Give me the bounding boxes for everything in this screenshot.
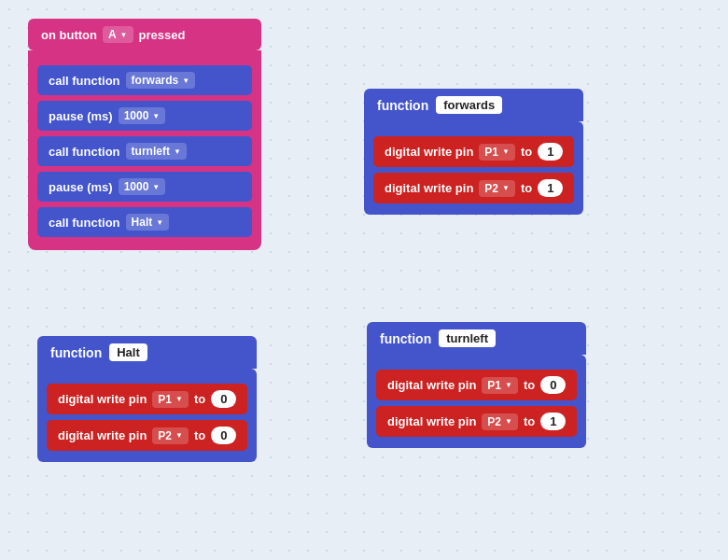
dwrite-label-t1: digital write pin bbox=[387, 378, 476, 392]
pin2-f-dropdown[interactable]: P2 bbox=[479, 180, 515, 197]
pause-label-1: pause (ms) bbox=[49, 109, 113, 123]
to-label-f2: to bbox=[521, 181, 532, 195]
halt-pin1-row: digital write pin P1 to 0 bbox=[47, 384, 247, 414]
pause-block-1: pause (ms) 1000 bbox=[37, 101, 252, 131]
call-forwards-block: call function forwards bbox=[37, 65, 252, 95]
pin1-f-dropdown[interactable]: P1 bbox=[479, 144, 515, 161]
turnleft-dropdown[interactable]: turnleft bbox=[126, 143, 187, 160]
event-header: on button A pressed bbox=[28, 19, 261, 50]
dwrite-label-h2: digital write pin bbox=[58, 428, 147, 442]
func-forwards-block: function forwards digital write pin P1 t… bbox=[364, 89, 583, 215]
to-label-f1: to bbox=[521, 145, 532, 159]
func-turnleft-name: turnleft bbox=[439, 329, 496, 347]
call-function-label-3: call function bbox=[49, 216, 120, 230]
dwrite-label-t2: digital write pin bbox=[387, 414, 476, 428]
pin2-h-dropdown[interactable]: P2 bbox=[152, 427, 189, 444]
dwrite-label-h1: digital write pin bbox=[58, 392, 147, 406]
func-halt-name: Halt bbox=[109, 343, 147, 361]
forwards-pin2-row: digital write pin P2 to 1 bbox=[373, 173, 574, 203]
func-turnleft-block: function turnleft digital write pin P1 t… bbox=[367, 322, 586, 448]
func-keyword-2: function bbox=[50, 345, 102, 360]
value-t2: 1 bbox=[540, 413, 566, 430]
to-label-t2: to bbox=[524, 414, 535, 428]
value-t1: 0 bbox=[540, 376, 566, 394]
forwards-pin1-row: digital write pin P1 to 1 bbox=[373, 136, 574, 167]
func-keyword-3: function bbox=[380, 331, 431, 346]
value-h2: 0 bbox=[211, 427, 236, 444]
turnleft-pin1-row: digital write pin P1 to 0 bbox=[376, 370, 577, 400]
halt-dropdown[interactable]: Halt bbox=[126, 214, 170, 231]
button-dropdown[interactable]: A bbox=[103, 26, 133, 43]
main-block-body: call function forwards pause (ms) 1000 c… bbox=[28, 50, 261, 250]
call-function-label-1: call function bbox=[49, 74, 120, 88]
pressed-label: pressed bbox=[139, 28, 186, 42]
pause-value-1-dropdown[interactable]: 1000 bbox=[119, 107, 166, 124]
func-turnleft-header: function turnleft bbox=[367, 322, 586, 355]
call-halt-block: call function Halt bbox=[37, 207, 252, 237]
to-label-t1: to bbox=[524, 378, 535, 392]
func-keyword-1: function bbox=[377, 98, 428, 113]
value-h1: 0 bbox=[211, 390, 236, 408]
dwrite-label-f2: digital write pin bbox=[385, 181, 473, 195]
to-label-h1: to bbox=[194, 392, 205, 406]
pause-value-2-dropdown[interactable]: 1000 bbox=[119, 178, 166, 195]
func-halt-block: function Halt digital write pin P1 to 0 … bbox=[37, 336, 257, 462]
to-label-h2: to bbox=[194, 428, 205, 442]
dwrite-label-f1: digital write pin bbox=[385, 145, 473, 159]
func-halt-header: function Halt bbox=[37, 336, 257, 369]
call-turnleft-block: call function turnleft bbox=[37, 136, 252, 166]
value-f2: 1 bbox=[538, 179, 563, 197]
main-event-block: on button A pressed call function forwar… bbox=[28, 19, 261, 250]
halt-pin2-row: digital write pin P2 to 0 bbox=[47, 420, 247, 451]
turnleft-pin2-row: digital write pin P2 to 1 bbox=[376, 406, 577, 437]
func-forwards-name: forwards bbox=[436, 96, 502, 114]
pin1-t-dropdown[interactable]: P1 bbox=[482, 377, 518, 394]
pin2-t-dropdown[interactable]: P2 bbox=[482, 413, 518, 430]
forwards-dropdown[interactable]: forwards bbox=[126, 72, 196, 89]
value-f1: 1 bbox=[538, 143, 563, 161]
pause-block-2: pause (ms) 1000 bbox=[37, 172, 252, 202]
pause-label-2: pause (ms) bbox=[49, 180, 113, 194]
on-button-label: on button bbox=[41, 28, 97, 42]
func-forwards-header: function forwards bbox=[364, 89, 583, 121]
call-function-label-2: call function bbox=[49, 145, 120, 159]
pin1-h-dropdown[interactable]: P1 bbox=[152, 391, 189, 408]
